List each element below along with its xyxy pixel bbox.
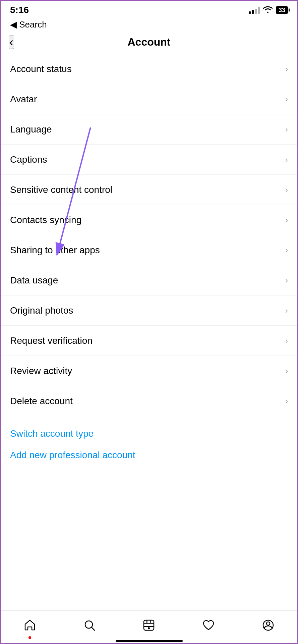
status-icons: 33 — [249, 6, 288, 15]
menu-label-delete-account: Delete account — [10, 396, 73, 407]
page-title: Account — [128, 36, 171, 48]
svg-rect-7 — [146, 620, 147, 623]
svg-rect-5 — [144, 623, 154, 624]
chevron-right-icon: › — [285, 336, 288, 345]
search-nav[interactable]: ◀ Search — [0, 18, 298, 33]
svg-rect-8 — [150, 620, 151, 623]
home-indicator — [116, 640, 183, 642]
chevron-right-icon: › — [285, 95, 288, 104]
home-notification-dot — [28, 636, 31, 639]
menu-item-data-usage[interactable]: Data usage › — [0, 265, 298, 296]
menu-list: Account status › Avatar › Language › Cap… — [0, 54, 298, 416]
home-icon — [23, 619, 36, 635]
heart-icon — [202, 619, 215, 635]
menu-label-captions: Captions — [10, 154, 47, 165]
chevron-right-icon: › — [285, 125, 288, 134]
menu-label-original-photos: Original photos — [10, 305, 73, 316]
nav-profile[interactable] — [255, 617, 282, 637]
menu-item-original-photos[interactable]: Original photos › — [0, 296, 298, 326]
nav-likes[interactable] — [195, 617, 222, 637]
menu-item-avatar[interactable]: Avatar › — [0, 84, 298, 114]
svg-point-11 — [266, 622, 270, 625]
search-icon — [83, 619, 96, 635]
links-section: Switch account typeAdd new professional … — [0, 416, 298, 467]
nav-search[interactable] — [76, 617, 103, 637]
nav-home[interactable] — [16, 617, 43, 637]
svg-rect-6 — [144, 626, 154, 627]
battery-icon: 33 — [276, 6, 288, 14]
back-button[interactable]: ‹ — [9, 36, 14, 49]
signal-icon — [249, 6, 260, 14]
menu-label-data-usage: Data usage — [10, 275, 58, 286]
menu-item-request-verification[interactable]: Request verification › — [0, 326, 298, 356]
svg-point-9 — [148, 627, 150, 629]
bottom-nav — [0, 610, 298, 644]
menu-label-language: Language — [10, 124, 52, 135]
chevron-right-icon: › — [285, 155, 288, 164]
menu-label-avatar: Avatar — [10, 94, 37, 105]
chevron-right-icon: › — [285, 246, 288, 255]
menu-item-delete-account[interactable]: Delete account › — [0, 386, 298, 416]
nav-reels[interactable] — [135, 617, 162, 637]
menu-item-language[interactable]: Language › — [0, 114, 298, 145]
menu-label-request-verification: Request verification — [10, 335, 93, 346]
profile-icon — [262, 619, 275, 635]
chevron-right-icon: › — [285, 396, 288, 406]
menu-label-contacts-syncing: Contacts syncing — [10, 215, 81, 225]
menu-label-sensitive-content: Sensitive content control — [10, 184, 112, 195]
menu-item-sensitive-content[interactable]: Sensitive content control › — [0, 175, 298, 205]
chevron-right-icon: › — [285, 185, 288, 195]
page-header: ‹ Account — [0, 33, 298, 54]
menu-item-review-activity[interactable]: Review activity › — [0, 356, 298, 386]
chevron-right-icon: › — [285, 276, 288, 285]
link-switch-account-type[interactable]: Switch account type — [10, 428, 288, 439]
wifi-icon — [263, 6, 273, 15]
chevron-right-icon: › — [285, 215, 288, 225]
link-add-professional-account[interactable]: Add new professional account — [10, 450, 288, 461]
menu-item-captions[interactable]: Captions › — [0, 145, 298, 175]
menu-item-sharing-to-other-apps[interactable]: Sharing to other apps › — [0, 235, 298, 265]
reels-icon — [142, 619, 155, 635]
menu-label-account-status: Account status — [10, 64, 72, 74]
menu-label-review-activity: Review activity — [10, 366, 72, 376]
menu-item-account-status[interactable]: Account status › — [0, 54, 298, 84]
status-bar: 5:16 33 — [0, 0, 298, 18]
chevron-right-icon: › — [285, 306, 288, 315]
svg-line-3 — [92, 627, 95, 630]
menu-label-sharing-to-other-apps: Sharing to other apps — [10, 245, 100, 256]
chevron-right-icon: › — [285, 64, 288, 74]
status-time: 5:16 — [10, 5, 29, 15]
menu-item-contacts-syncing[interactable]: Contacts syncing › — [0, 205, 298, 235]
chevron-right-icon: › — [285, 366, 288, 376]
